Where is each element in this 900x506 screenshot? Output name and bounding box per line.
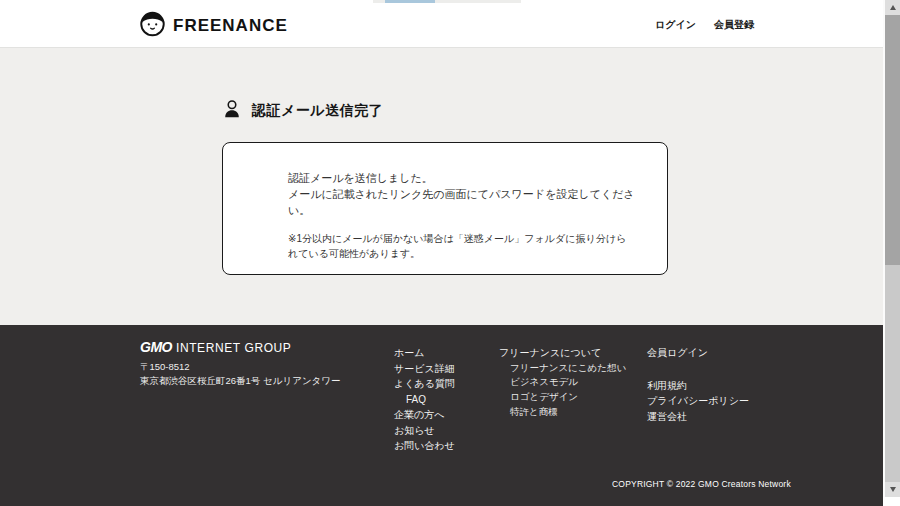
footer-link-contact[interactable]: お問い合わせ xyxy=(394,438,455,454)
footer-link-business-model[interactable]: ビジネスモデル xyxy=(499,375,626,390)
signup-link[interactable]: 会員登録 xyxy=(714,18,754,32)
footer-link-our-thoughts[interactable]: フリーナンスにこめた想い xyxy=(499,361,626,376)
header: FREENANCE ログイン 会員登録 xyxy=(0,0,900,48)
arrow-down-icon xyxy=(890,487,896,492)
footer-link-member-login[interactable]: 会員ログイン xyxy=(647,345,749,361)
top-cutoff-strip xyxy=(373,0,521,3)
footer-link-terms[interactable]: 利用規約 xyxy=(647,378,749,394)
footer-link-patents-trademarks[interactable]: 特許と商標 xyxy=(499,405,626,420)
page-title: 認証メール送信完了 xyxy=(252,102,383,120)
page: FREENANCE ログイン 会員登録 認証メール送信完了 認証メールを送信しま… xyxy=(0,0,900,506)
footer-link-operating-company[interactable]: 運営会社 xyxy=(647,409,749,425)
user-icon xyxy=(221,98,243,124)
footer-link-service-details[interactable]: サービス詳細 xyxy=(394,361,455,377)
freenance-face-icon xyxy=(139,10,166,41)
scrollbar-thumb[interactable] xyxy=(885,15,900,265)
copyright-notice: COPYRIGHT © 2022 GMO Creators Network xyxy=(612,479,791,489)
footer-link-about-freenance[interactable]: フリーナンスについて xyxy=(499,345,626,361)
footer-link-news[interactable]: お知らせ xyxy=(394,423,455,439)
login-link[interactable]: ログイン xyxy=(655,18,696,32)
footer-link-home[interactable]: ホーム xyxy=(394,345,455,361)
message-line-2: メールに記載されたリンク先の画面にてパスワードを設定してください。 xyxy=(288,186,638,218)
footer-link-logo-design[interactable]: ロゴとデザイン xyxy=(499,390,626,405)
footer-link-privacy-policy[interactable]: プライバシーポリシー xyxy=(647,393,749,409)
footer-link-for-companies[interactable]: 企業の方へ xyxy=(394,407,455,423)
brand-wordmark: FREENANCE xyxy=(173,16,288,36)
message-box: 認証メールを送信しました。 メールに記載されたリンク先の画面にてパスワードを設定… xyxy=(222,142,668,275)
scrollbar-up-button[interactable] xyxy=(885,0,900,15)
gmo-logo-text: GMO xyxy=(140,339,172,355)
gmo-logo-subtext: INTERNET GROUP xyxy=(176,341,292,355)
footer: GMO INTERNET GROUP 〒150-8512 東京都渋谷区桜丘町26… xyxy=(0,325,900,506)
footer-postal-code: 〒150-8512 xyxy=(140,361,190,374)
top-cutoff-strip-accent xyxy=(385,0,435,3)
scrollbar-corner xyxy=(883,497,900,506)
footer-column-spacer xyxy=(647,361,749,378)
page-heading: 認証メール送信完了 xyxy=(221,98,383,124)
footer-nav-column-1: ホーム サービス詳細 よくある質問 FAQ 企業の方へ お知らせ お問い合わせ xyxy=(394,345,455,454)
footer-nav-column-2: フリーナンスについて フリーナンスにこめた想い ビジネスモデル ロゴとデザイン … xyxy=(499,345,626,420)
footer-nav-column-3: 会員ログイン 利用規約 プライバシーポリシー 運営会社 xyxy=(647,345,749,424)
footer-address: 東京都渋谷区桜丘町26番1号 セルリアンタワー xyxy=(140,375,341,388)
message-line-1: 認証メールを送信しました。 xyxy=(288,170,638,186)
footer-link-faq-ja[interactable]: よくある質問 xyxy=(394,376,455,392)
message-note: ※1分以内にメールが届かない場合は「迷惑メール」フォルダに振り分けられている可能… xyxy=(288,231,632,261)
arrow-up-icon xyxy=(890,5,896,10)
gmo-internet-group-logo[interactable]: GMO INTERNET GROUP xyxy=(140,339,291,355)
footer-link-faq[interactable]: FAQ xyxy=(394,392,455,408)
brand-logo[interactable]: FREENANCE xyxy=(139,10,288,41)
scrollbar-down-button[interactable] xyxy=(885,482,900,497)
vertical-scrollbar[interactable] xyxy=(883,0,900,497)
